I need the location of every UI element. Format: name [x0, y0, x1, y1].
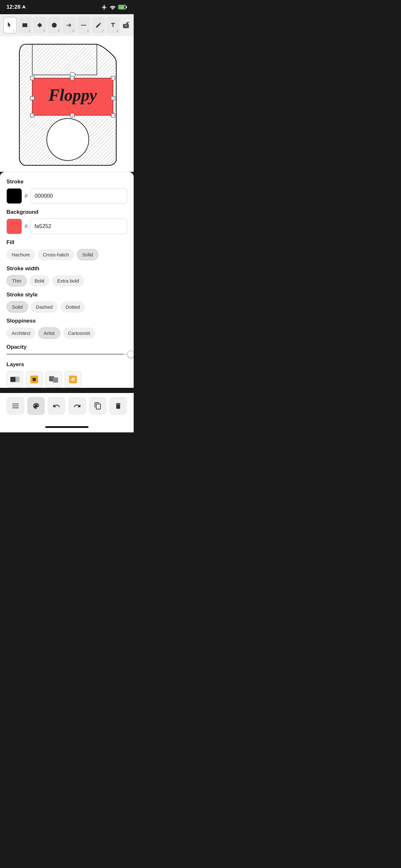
layer-4-icon [67, 374, 79, 385]
stroke-dashed[interactable]: Dashed [31, 301, 58, 313]
svg-point-9 [47, 119, 89, 160]
stroke-thin[interactable]: Thin [6, 275, 27, 286]
tool-diamond[interactable]: 3 [33, 17, 47, 34]
trash-icon [114, 402, 122, 410]
layer-2-icon [28, 374, 40, 385]
layer-item-2[interactable] [26, 371, 42, 388]
stroke-width-label: Stroke width [6, 266, 127, 272]
layer-items [6, 371, 127, 388]
circle-icon [51, 22, 58, 28]
fill-options: Hachure Cross-hatch Solid [6, 249, 127, 260]
layer-1-icon [9, 374, 21, 385]
svg-point-6 [52, 23, 57, 28]
menu-icon [11, 402, 19, 410]
copy-button[interactable] [89, 397, 107, 415]
home-bar [45, 426, 89, 428]
stroke-solid[interactable]: Solid [6, 301, 28, 313]
tool-text[interactable]: 8 [106, 17, 120, 34]
tool-arrow[interactable]: 5 [62, 17, 76, 34]
bg-color-swatch[interactable] [6, 219, 22, 234]
fill-label: Fill [6, 239, 127, 246]
opacity-label: Opacity [6, 344, 127, 350]
svg-rect-1 [126, 6, 127, 8]
redo-button[interactable] [68, 397, 86, 415]
tool-line[interactable]: 6 [77, 17, 91, 34]
battery-svg: ⚡ [118, 5, 127, 9]
bg-hash: # [25, 223, 28, 230]
fill-solid[interactable]: Solid [77, 249, 98, 260]
status-time: 12:28 [6, 4, 26, 10]
fill-crosshatch[interactable]: Cross-hatch [38, 249, 74, 260]
svg-marker-5 [37, 23, 42, 28]
lock-button[interactable] [121, 17, 130, 34]
stroke-color-row: # [6, 188, 127, 204]
text-tool-icon [110, 22, 116, 28]
bg-color-row: # [6, 219, 127, 234]
svg-rect-25 [33, 378, 36, 381]
opacity-fill [6, 353, 124, 355]
airplane-icon [101, 4, 107, 10]
lock-open-icon [122, 22, 129, 29]
status-bar: 12:28 ⚡ [0, 0, 134, 14]
sloppiness-label: Sloppiness [6, 318, 127, 324]
stroke-width-options: Thin Bold Extra bold [6, 275, 127, 286]
opacity-thumb[interactable] [127, 350, 134, 358]
undo-icon [53, 402, 60, 410]
canvas-area[interactable]: Floppy [0, 36, 134, 172]
svg-text:Floppy: Floppy [48, 86, 97, 104]
palette-button[interactable] [27, 397, 45, 415]
menu-button[interactable] [6, 397, 25, 415]
layers-label: Layers [6, 361, 127, 368]
sloppiness-architect[interactable]: Architect [6, 328, 35, 339]
bg-hex-input[interactable] [30, 219, 127, 234]
time-display: 12:28 [6, 4, 20, 10]
svg-point-29 [71, 377, 75, 381]
arrow-icon [66, 22, 72, 28]
background-label: Background [6, 209, 127, 215]
layer-item-3[interactable] [45, 371, 62, 388]
svg-rect-27 [53, 377, 58, 383]
stroke-bold[interactable]: Bold [29, 275, 50, 286]
location-arrow-icon [22, 5, 26, 9]
copy-icon [94, 402, 102, 410]
svg-text:⚡: ⚡ [120, 6, 124, 9]
toolbar: 1 2 3 4 5 6 7 [0, 14, 134, 36]
sloppiness-artist[interactable]: Artist [38, 328, 60, 339]
delete-button[interactable] [109, 397, 127, 415]
diamond-icon [36, 22, 43, 28]
fill-hachure[interactable]: Hachure [6, 249, 35, 260]
stroke-dotted[interactable]: Dotted [60, 301, 85, 313]
action-bar [0, 393, 134, 422]
wifi-icon [110, 5, 116, 9]
tool-select[interactable]: 1 [3, 17, 17, 34]
stroke-hash: # [25, 193, 28, 199]
stroke-hex-input[interactable] [30, 188, 127, 204]
sloppiness-cartoonist[interactable]: Cartoonist [63, 328, 95, 339]
svg-rect-23 [14, 377, 19, 382]
tool-pencil[interactable]: 7 [92, 17, 105, 34]
stroke-extrabold[interactable]: Extra bold [52, 275, 84, 286]
layer-3-icon [48, 374, 59, 385]
svg-rect-4 [23, 23, 27, 27]
rect-icon [22, 22, 28, 28]
stroke-style-label: Stroke style [6, 291, 127, 298]
opacity-slider-container [6, 353, 127, 355]
status-icons: ⚡ [101, 4, 127, 10]
redo-icon [73, 402, 81, 410]
line-icon [81, 22, 87, 28]
undo-button[interactable] [48, 397, 66, 415]
pencil-icon [95, 22, 102, 28]
battery-icon: ⚡ [118, 5, 127, 9]
stroke-color-swatch[interactable] [6, 188, 22, 204]
palette-icon [32, 402, 40, 410]
canvas-svg: Floppy [0, 36, 134, 172]
cursor-icon [7, 22, 13, 28]
layers-section: Layers [6, 361, 127, 388]
layer-item-1[interactable] [6, 371, 23, 388]
tool-rect[interactable]: 2 [18, 17, 32, 34]
home-indicator [0, 422, 134, 432]
stroke-style-options: Solid Dashed Dotted [6, 301, 127, 313]
layer-item-4[interactable] [65, 371, 81, 388]
tool-ellipse[interactable]: 4 [48, 17, 61, 34]
properties-panel: Stroke # Background # Fill Hachure Cross… [0, 172, 134, 388]
